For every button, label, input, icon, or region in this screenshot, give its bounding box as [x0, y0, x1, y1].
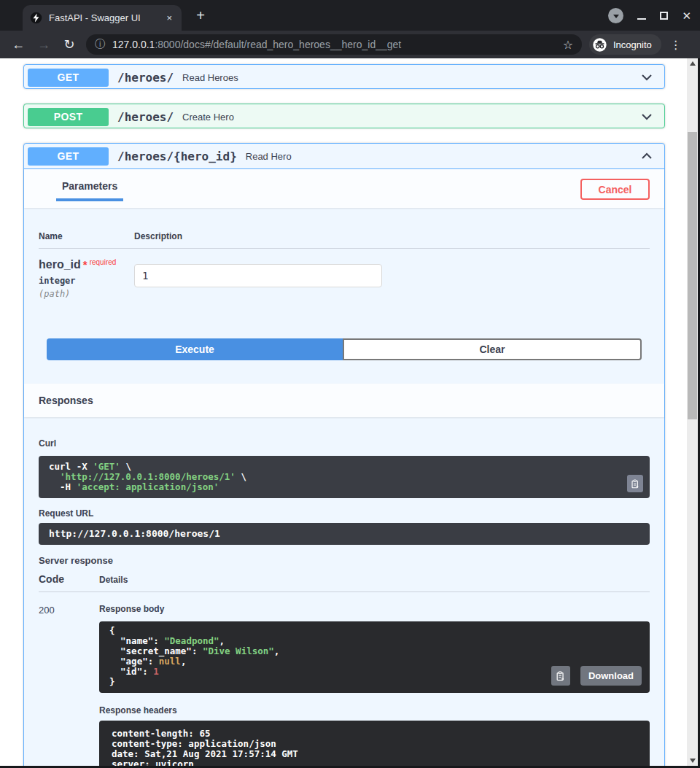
opblock-create-hero-header[interactable]: POST /heroes/ Create Hero — [24, 104, 664, 129]
endpoint-summary: Read Hero — [246, 151, 292, 162]
response-row: 200 Response body { "name": "Deadpond", … — [39, 592, 650, 766]
parameter-type: integer — [39, 276, 134, 286]
hero-id-input[interactable] — [134, 264, 382, 287]
server-response-label: Server response — [39, 555, 650, 566]
tab-close-icon[interactable]: × — [164, 12, 174, 23]
request-url-label: Request URL — [39, 508, 650, 519]
column-header-details: Details — [99, 575, 128, 585]
response-headers-block: content-length: 65 content-type: applica… — [99, 721, 650, 766]
status-code: 200 — [39, 604, 99, 766]
column-header-code: Code — [39, 573, 99, 585]
download-button[interactable]: Download — [580, 666, 642, 686]
response-body-label: Response body — [99, 604, 650, 614]
response-headers-text: content-length: 65 content-type: applica… — [112, 729, 637, 766]
reload-button[interactable]: ↻ — [62, 36, 77, 53]
opblock-read-heroes-header[interactable]: GET /heroes/ Read Heroes — [24, 65, 664, 90]
endpoint-path: /heroes/{hero_id} — [117, 150, 237, 163]
opblock-read-hero: GET /heroes/{hero_id} Read Hero Paramete… — [23, 143, 665, 766]
url-path: :8000/docs#/default/read_hero_heroes__he… — [155, 39, 401, 50]
scrollbar-down-arrow[interactable] — [687, 756, 698, 766]
curl-command: curl -X 'GET' \ 'http://127.0.0.1:8000/h… — [49, 462, 639, 492]
response-headers-label: Response headers — [99, 705, 650, 715]
bookmark-star-icon[interactable]: ☆ — [563, 38, 573, 52]
response-table-header: Code Details — [39, 566, 650, 592]
window-close-button[interactable]: ✕ — [682, 10, 691, 21]
responses-section: Curl curl -X 'GET' \ 'http://127.0.0.1:8… — [24, 417, 664, 766]
scrollbar-up-arrow[interactable] — [687, 58, 698, 69]
chevron-down-icon[interactable] — [639, 70, 654, 85]
column-header-description: Description — [134, 231, 182, 241]
address-bar[interactable]: ⓘ 127.0.0.1:8000/docs#/default/read_hero… — [86, 34, 582, 55]
site-info-icon[interactable]: ⓘ — [95, 38, 105, 51]
chevron-down-icon[interactable] — [639, 109, 654, 124]
new-tab-button[interactable]: + — [192, 7, 209, 24]
browser-toolbar: ← → ↻ ⓘ 127.0.0.1:8000/docs#/default/rea… — [0, 31, 700, 58]
endpoint-summary: Create Hero — [182, 112, 234, 123]
copy-response-button[interactable] — [551, 666, 570, 686]
required-label: required — [90, 258, 117, 266]
window-dropdown-button[interactable] — [608, 8, 623, 23]
clear-button[interactable]: Clear — [343, 338, 642, 360]
response-body-block: { "name": "Deadpond", "secret_name": "Di… — [99, 621, 650, 693]
fastapi-favicon-icon — [30, 12, 42, 24]
forward-button[interactable]: → — [36, 37, 51, 53]
incognito-badge: Incognito — [589, 34, 661, 55]
execute-button[interactable]: Execute — [47, 338, 343, 360]
column-header-name: Name — [39, 231, 134, 241]
tab-parameters[interactable]: Parameters — [56, 180, 123, 201]
method-badge-get: GET — [28, 69, 109, 87]
parameters-header: Parameters Cancel — [24, 169, 664, 208]
browser-tab[interactable]: FastAPI - Swagger UI × — [23, 5, 182, 31]
method-badge-get: GET — [28, 147, 109, 166]
endpoint-path: /heroes/ — [117, 71, 174, 85]
swagger-page: GET /heroes/ Read Heroes POST /heroes/ C… — [0, 58, 687, 766]
request-url-block: http://127.0.0.1:8000/heroes/1 — [39, 523, 650, 545]
endpoint-summary: Read Heroes — [182, 72, 238, 83]
required-star: * — [83, 258, 88, 271]
scrollbar-thumb[interactable] — [688, 132, 697, 419]
parameter-row: hero_id*required integer (path) — [39, 249, 650, 299]
window-minimize-button[interactable] — [637, 18, 646, 20]
request-url-value: http://127.0.0.1:8000/heroes/1 — [49, 529, 639, 539]
url-host: 127.0.0.1 — [112, 39, 155, 50]
browser-menu-icon[interactable]: ⋮ — [670, 38, 682, 52]
endpoint-path: /heroes/ — [117, 110, 174, 124]
incognito-label: Incognito — [613, 39, 652, 50]
copy-curl-button[interactable] — [627, 475, 643, 492]
window-maximize-button[interactable] — [660, 12, 668, 20]
opblock-read-hero-header[interactable]: GET /heroes/{hero_id} Read Hero — [24, 144, 664, 169]
chevron-down-icon — [613, 15, 619, 18]
curl-label: Curl — [39, 438, 650, 449]
parameters-table: Name Description hero_id*required intege… — [24, 208, 664, 299]
browser-tabstrip: FastAPI - Swagger UI × + ✕ — [0, 0, 700, 31]
parameter-name: hero_id — [39, 258, 81, 271]
incognito-icon — [592, 37, 607, 53]
opblock-create-hero: POST /heroes/ Create Hero — [23, 104, 665, 128]
tab-title: FastAPI - Swagger UI — [49, 12, 164, 23]
back-button[interactable]: ← — [11, 37, 26, 53]
curl-block: curl -X 'GET' \ 'http://127.0.0.1:8000/h… — [39, 456, 650, 498]
opblock-read-heroes: GET /heroes/ Read Heroes — [23, 64, 665, 89]
responses-title: Responses — [39, 395, 93, 406]
responses-header: Responses — [24, 384, 664, 417]
cancel-button[interactable]: Cancel — [580, 179, 650, 200]
method-badge-post: POST — [28, 108, 109, 126]
parameter-location: (path) — [39, 289, 134, 299]
chevron-up-icon[interactable] — [639, 149, 654, 163]
scrollbar[interactable] — [687, 58, 698, 766]
execute-row: Execute Clear — [24, 299, 664, 384]
url-text: 127.0.0.1:8000/docs#/default/read_hero_h… — [112, 39, 557, 50]
